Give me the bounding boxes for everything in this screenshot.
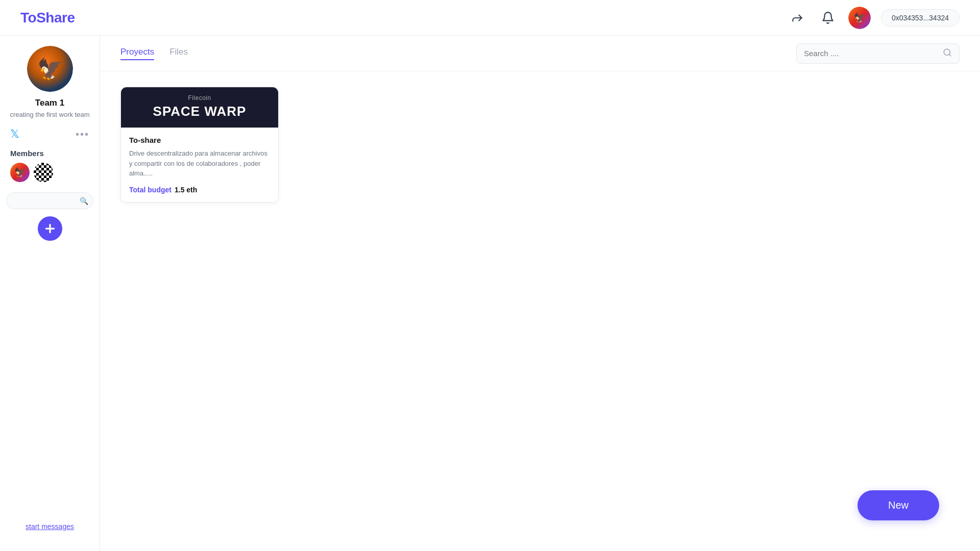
sidebar-search-icon: 🔍 [80, 197, 88, 205]
wallet-address[interactable]: 0x034353...34324 [881, 9, 960, 27]
plus-icon [43, 222, 57, 235]
add-button[interactable] [38, 216, 62, 241]
budget-label: Total budget [129, 186, 172, 194]
bell-icon-btn[interactable] [818, 8, 838, 28]
budget-value: 1.5 eth [175, 186, 197, 194]
search-input[interactable] [804, 49, 939, 58]
more-options-icon[interactable]: ••• [76, 129, 89, 140]
sidebar-social-row: 𝕏 ••• [0, 128, 100, 141]
tab-projects[interactable]: Proyects [120, 47, 154, 60]
svg-line-3 [949, 54, 950, 56]
card-badge: Filecoin [188, 94, 211, 102]
team-description: creating the first work team [2, 110, 97, 119]
nav-right: 🦅 0x034353...34324 [787, 7, 960, 29]
member-avatar-2[interactable] [34, 163, 53, 182]
team-name: Team 1 [35, 98, 64, 108]
sidebar-search-container: 🔍 [6, 192, 93, 209]
share-icon-btn[interactable] [787, 8, 807, 28]
main-content: Proyects Files Filecoin SPACE WARP [100, 36, 980, 551]
user-avatar-img: 🦅 [848, 7, 871, 29]
team-avatar-img: 🦅 [27, 46, 73, 92]
share-icon [791, 11, 804, 24]
bell-icon [821, 11, 835, 24]
card-body: To-share Drive descentralizado para alma… [121, 128, 278, 202]
card-title: SPACE WARP [153, 104, 247, 119]
tabs-row: Proyects Files [100, 36, 980, 71]
card-budget: Total budget 1.5 eth [129, 186, 270, 194]
search-box [796, 43, 960, 64]
main-layout: 🦅 Team 1 creating the first work team 𝕏 … [0, 36, 980, 551]
start-messages-link[interactable]: start messages [26, 522, 74, 531]
app-logo: ToShare [20, 10, 75, 26]
sidebar: 🦅 Team 1 creating the first work team 𝕏 … [0, 36, 100, 551]
card-header: Filecoin SPACE WARP [121, 87, 278, 128]
members-label: Members [0, 149, 44, 158]
project-card[interactable]: Filecoin SPACE WARP To-share Drive desce… [120, 87, 279, 203]
projects-area: Filecoin SPACE WARP To-share Drive desce… [100, 71, 980, 218]
user-avatar[interactable]: 🦅 [848, 7, 871, 29]
team-avatar: 🦅 [27, 46, 73, 92]
twitter-icon[interactable]: 𝕏 [10, 128, 19, 141]
members-row: 🦅 [0, 163, 53, 182]
tab-files[interactable]: Files [169, 47, 188, 60]
member-avatar-1[interactable]: 🦅 [10, 163, 30, 182]
top-nav: ToShare 🦅 0x034353...34324 [0, 0, 980, 36]
card-description: Drive descentralizado para almacenar arc… [129, 148, 270, 179]
new-button[interactable]: New [857, 490, 939, 520]
card-project-name: To-share [129, 136, 270, 144]
search-icon [943, 48, 952, 59]
